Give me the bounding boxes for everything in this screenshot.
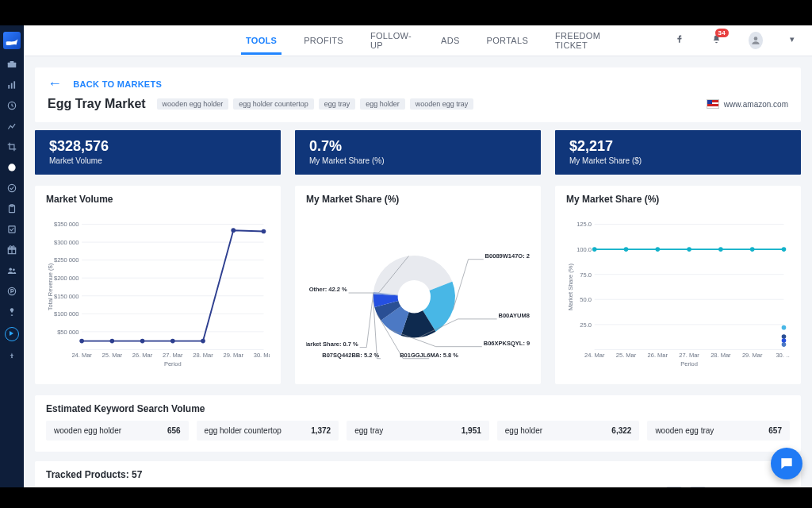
svg-point-82 (782, 334, 787, 339)
tracked-products-button[interactable]: Tracked Products (714, 487, 790, 488)
chat-fab[interactable] (771, 448, 802, 479)
kpi-value: $2,217 (569, 138, 787, 155)
svg-text:My Market Share: 0.7 %: My Market Share: 0.7 % (306, 341, 358, 348)
push-pin-icon[interactable] (6, 351, 17, 362)
svg-text:27. Mar: 27. Mar (163, 352, 183, 359)
page-title: Egg Tray Market (48, 97, 146, 111)
kpi-value: $328,576 (49, 138, 266, 155)
kv-item[interactable]: egg tray1,951 (347, 421, 489, 441)
tab-followup[interactable]: FOLLOW-UP (370, 31, 414, 50)
kv-item[interactable]: wooden egg holder656 (46, 421, 189, 441)
sidebar (0, 25, 24, 487)
letterbox-top (0, 0, 812, 25)
svg-text:Total Revenue ($): Total Revenue ($) (47, 263, 54, 310)
source-link[interactable]: www.amazon.com (707, 99, 788, 109)
svg-rect-3 (11, 83, 13, 89)
svg-text:100.0: 100.0 (576, 246, 592, 253)
tag[interactable]: egg holder (360, 98, 405, 110)
crop-icon[interactable] (6, 141, 17, 152)
svg-rect-4 (13, 81, 15, 88)
tab-ads[interactable]: ADS (441, 36, 460, 45)
svg-text:30. Mar: 30. Mar (254, 352, 270, 359)
svg-text:29. Mar: 29. Mar (742, 352, 763, 359)
chart-share-pie: My Market Share (%) Other: 42.2 %B0089W1… (295, 186, 541, 384)
svg-text:75.0: 75.0 (580, 271, 592, 279)
svg-text:50.0: 50.0 (580, 296, 592, 303)
next-page-button[interactable]: › (690, 487, 706, 487)
svg-point-6 (8, 164, 15, 171)
svg-point-15 (754, 37, 758, 40)
chart-market-volume: Market Volume $50 000$100 000$150 000$20… (35, 186, 281, 384)
briefcase-icon[interactable] (6, 59, 17, 70)
kv-item[interactable]: egg holder countertop1,372 (197, 421, 339, 441)
svg-text:B06XPKSQYL: 9.9 %: B06XPKSQYL: 9.9 % (484, 340, 530, 347)
svg-rect-1 (10, 61, 14, 63)
kv-title: Estimated Keyword Search Volume (46, 403, 790, 414)
tab-freedom[interactable]: FREEDOM TICKET (555, 31, 620, 50)
svg-text:Period: Period (680, 360, 698, 368)
source-label: www.amazon.com (724, 100, 788, 109)
svg-text:25.0: 25.0 (580, 321, 592, 329)
svg-point-80 (782, 247, 787, 252)
svg-text:$50 000: $50 000 (57, 329, 79, 336)
svg-text:$100 000: $100 000 (54, 310, 79, 318)
kpi-label: Market Volume (49, 156, 266, 165)
svg-rect-0 (8, 63, 17, 67)
clipboard-icon[interactable] (6, 203, 17, 214)
svg-point-13 (13, 268, 15, 271)
svg-point-42 (140, 339, 145, 344)
svg-text:Market Share (%): Market Share (%) (567, 264, 574, 310)
tag[interactable]: wooden egg holder (157, 98, 229, 110)
svg-text:24. Mar: 24. Mar (584, 352, 605, 359)
svg-point-77 (687, 247, 691, 252)
bell-icon[interactable]: 34 (711, 34, 722, 47)
svg-text:Period: Period (164, 360, 182, 368)
play-circle-icon[interactable] (5, 327, 19, 341)
svg-text:Other: 42.2 %: Other: 42.2 % (309, 286, 347, 293)
tab-tools[interactable]: TOOLS (246, 36, 277, 45)
kpi-label: My Market Share ($) (569, 156, 787, 165)
gift-icon[interactable] (6, 244, 17, 256)
tab-profits[interactable]: PROFITS (304, 36, 343, 45)
circle-dot-icon[interactable] (6, 162, 17, 173)
tag[interactable]: wooden egg tray (410, 98, 474, 110)
prev-page-button[interactable]: ‹ (666, 487, 682, 487)
tag[interactable]: egg tray (319, 98, 356, 110)
avatar[interactable] (749, 32, 763, 49)
svg-point-41 (110, 339, 115, 344)
svg-point-78 (718, 247, 723, 252)
svg-text:26. Mar: 26. Mar (648, 352, 668, 359)
svg-point-79 (750, 247, 755, 252)
lamp-icon[interactable] (6, 306, 17, 318)
tab-portals[interactable]: PORTALS (487, 36, 528, 45)
check-circle-icon[interactable] (6, 183, 17, 194)
svg-text:$150 000: $150 000 (54, 293, 79, 300)
facebook-icon[interactable] (674, 34, 684, 47)
kpi-share-pct: 0.7% My Market Share (%) (295, 130, 541, 175)
svg-rect-10 (9, 226, 15, 233)
line-chart-icon[interactable] (6, 121, 17, 132)
svg-point-12 (10, 268, 13, 271)
back-label: BACK TO MARKETS (73, 79, 162, 89)
clock-icon[interactable] (6, 100, 17, 111)
bars-icon[interactable] (6, 79, 17, 90)
p-circle-icon[interactable] (6, 286, 17, 297)
svg-text:24. Mar: 24. Mar (71, 352, 92, 359)
app-logo[interactable] (3, 32, 21, 49)
svg-point-44 (201, 339, 205, 344)
svg-point-74 (592, 247, 597, 252)
kpi-value: 0.7% (309, 138, 527, 155)
kv-item[interactable]: wooden egg tray657 (647, 421, 790, 441)
check-square-icon[interactable] (6, 224, 17, 235)
avatar-chevron-icon[interactable]: ▾ (790, 34, 796, 47)
kv-item[interactable]: egg holder6,322 (497, 421, 640, 441)
back-link[interactable]: ← BACK TO MARKETS (48, 75, 788, 92)
svg-point-84 (782, 342, 787, 347)
tracked-title: Tracked Products: 57 (46, 469, 790, 480)
top-nav: TOOLS PROFITS FOLLOW-UP ADS PORTALS FREE… (24, 25, 812, 56)
users-icon[interactable] (6, 265, 17, 276)
kpi-market-volume: $328,576 Market Volume (35, 130, 281, 175)
tag[interactable]: egg holder countertop (233, 98, 314, 110)
keyword-volume-card: Estimated Keyword Search Volume wooden e… (35, 395, 801, 452)
title-card: ← BACK TO MARKETS Egg Tray Market wooden… (35, 67, 801, 122)
